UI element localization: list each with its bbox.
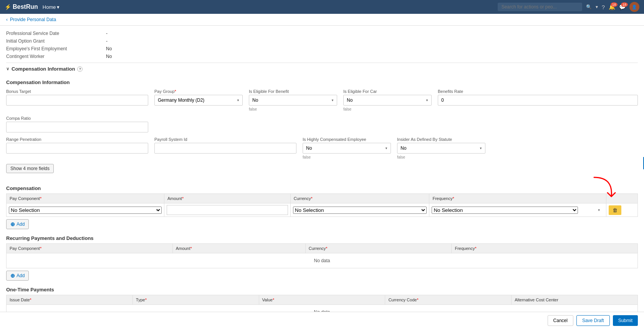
label-contingent-worker: Contingent Worker	[6, 54, 106, 59]
sub-section-title: Compensation Information	[6, 79, 638, 85]
messages-icon[interactable]: 💬 18	[619, 4, 626, 10]
td-amount	[164, 203, 291, 217]
recurring-payments-title: Recurring Payments and Deductions	[6, 235, 638, 241]
insider-field: Insider As Defined By Statute No false	[397, 137, 485, 159]
rth-currency: Currency*	[305, 244, 452, 253]
th-amount: Amount*	[164, 194, 291, 203]
currency-select[interactable]: No Selection	[293, 207, 427, 214]
is-eligible-benefit-wrapper: No	[249, 95, 337, 106]
section-chevron: ∨	[6, 66, 9, 71]
submit-button[interactable]: Submit	[613, 315, 638, 326]
is-eligible-car-label: Is Eligible For Car	[343, 89, 432, 94]
insider-label: Insider As Defined By Statute	[397, 137, 485, 142]
search-input[interactable]	[498, 3, 582, 11]
payroll-system-id-label: Payroll System Id	[154, 137, 296, 142]
recurring-no-data-cell: No data	[7, 253, 638, 268]
is-eligible-car-wrapper: No	[343, 95, 432, 106]
dropdown-icon[interactable]: ▾	[596, 4, 598, 10]
section-help-icon[interactable]: ?	[77, 66, 83, 72]
recurring-table-header: Pay Component* Amount* Currency* Frequen…	[7, 244, 638, 253]
logo-text: BestRun	[13, 3, 38, 10]
back-arrow: ‹	[6, 17, 8, 22]
add-plus-icon: ⊕	[10, 221, 15, 227]
td-pay-component: No Selection	[7, 203, 164, 217]
logo[interactable]: ⚡ BestRun	[5, 3, 38, 10]
is-highly-compensated-select[interactable]: No	[303, 143, 391, 154]
personal-data-section: Professional Service Date - Initial Opti…	[6, 30, 638, 60]
pay-group-label: Pay Group*	[154, 89, 243, 94]
payroll-system-id-input[interactable]	[154, 143, 296, 154]
td-delete: 🗑	[606, 203, 637, 217]
is-eligible-car-note: false	[343, 107, 432, 111]
compa-ratio-label: Compa Ratio	[6, 116, 148, 121]
frequency-select-wrapper: No Selection	[432, 207, 603, 214]
otp-th-type: Type*	[132, 295, 259, 305]
breadcrumb-label: Provide Personal Data	[10, 17, 56, 22]
logo-icon: ⚡	[5, 4, 11, 10]
insider-select[interactable]: No	[397, 143, 485, 154]
info-row-professional-date: Professional Service Date -	[6, 30, 638, 37]
otp-table-header: Issue Date* Type* Value* Currency Code* …	[7, 295, 638, 305]
is-highly-compensated-label: Is Highly Compensated Employee	[303, 137, 391, 142]
pay-component-select[interactable]: No Selection	[9, 207, 162, 214]
th-currency: Currency*	[290, 194, 429, 203]
compa-ratio-input[interactable]	[6, 122, 148, 132]
is-eligible-benefit-select[interactable]: No	[249, 95, 337, 106]
compa-ratio-field: Compa Ratio	[6, 116, 148, 132]
recurring-payments-section: Recurring Payments and Deductions Pay Co…	[6, 235, 638, 281]
notifications-badge: 18	[611, 2, 618, 7]
otp-th-currency-code: Currency Code*	[385, 295, 512, 305]
notifications-icon[interactable]: 🔔 18	[609, 4, 615, 10]
form-row-3: Range Penetration Payroll System Id Is H…	[6, 137, 638, 159]
nav-left: ⚡ BestRun Home ▾	[5, 3, 60, 10]
rth-frequency: Frequency*	[452, 244, 638, 253]
compensation-info-subsection: Compensation Information Bonus Target Pa…	[6, 79, 638, 179]
payroll-system-id-field: Payroll System Id	[154, 137, 296, 154]
info-row-first-employment: Employee's First Employment No	[6, 45, 638, 53]
delete-row-button[interactable]: 🗑	[609, 205, 621, 215]
benefits-rate-input[interactable]	[438, 95, 638, 106]
pay-group-field: Pay Group* Germany Monthly (D2)	[154, 89, 243, 106]
recurring-no-data-row: No data	[7, 253, 638, 268]
range-penetration-label: Range Penetration	[6, 137, 148, 142]
td-currency: No Selection	[290, 203, 429, 217]
is-eligible-car-select[interactable]: No	[343, 95, 432, 106]
insider-note: false	[397, 155, 485, 159]
is-eligible-benefit-label: Is Eligible For Benefit	[249, 89, 337, 94]
currency-select-wrapper: No Selection	[293, 207, 427, 214]
messages-badge: 18	[621, 2, 628, 7]
compensation-section-header[interactable]: ∨ Compensation Information ?	[6, 63, 638, 75]
value-professional-date: -	[106, 31, 108, 36]
otp-th-issue-date: Issue Date*	[7, 295, 133, 305]
amount-input[interactable]	[167, 205, 288, 215]
one-time-payments-title: One-Time Payments	[6, 287, 638, 293]
range-penetration-input[interactable]	[6, 143, 148, 154]
compensation-table-row: No Selection No Selection	[7, 203, 638, 217]
range-penetration-field: Range Penetration	[6, 137, 148, 154]
frequency-select[interactable]: No Selection	[432, 207, 578, 214]
recurring-payments-table: Pay Component* Amount* Currency* Frequen…	[6, 243, 638, 268]
save-draft-button[interactable]: Save Draft	[576, 315, 610, 326]
form-row-2: Compa Ratio	[6, 116, 638, 132]
home-label: Home	[43, 4, 56, 10]
otp-th-alt-cost-center: Alternative Cost Center	[512, 295, 638, 305]
bonus-target-field: Bonus Target	[6, 89, 148, 106]
pay-group-select[interactable]: Germany Monthly (D2)	[154, 95, 243, 106]
bonus-target-input[interactable]	[6, 95, 148, 106]
cancel-button[interactable]: Cancel	[548, 315, 573, 326]
compensation-add-button[interactable]: ⊕ Add	[6, 219, 29, 229]
is-highly-compensated-wrapper: No	[303, 143, 391, 154]
compensation-table: Pay Component* Amount* Currency* Frequen…	[6, 193, 638, 217]
recurring-add-button[interactable]: ⊕ Add	[6, 271, 29, 281]
th-frequency: Frequency*	[429, 194, 606, 203]
otp-th-value: Value*	[259, 295, 385, 305]
home-nav[interactable]: Home ▾	[43, 4, 60, 10]
avatar[interactable]: 👤	[629, 2, 639, 12]
rth-amount: Amount*	[172, 244, 305, 253]
value-contingent-worker: No	[106, 54, 112, 59]
home-chevron: ▾	[57, 4, 60, 10]
breadcrumb[interactable]: ‹ Provide Personal Data	[0, 14, 644, 26]
show-more-fields-button[interactable]: Show 4 more fields	[6, 164, 54, 173]
td-frequency: No Selection	[429, 203, 606, 217]
help-icon[interactable]: ?	[602, 4, 605, 10]
